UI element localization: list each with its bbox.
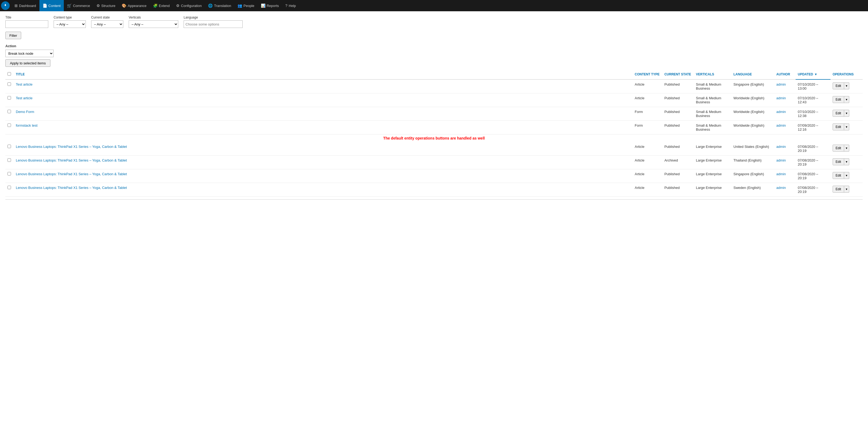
header-updated[interactable]: UPDATED ▾ <box>796 69 831 80</box>
row-title-cell: Lenovo Business Laptops: ThinkPad X1 Ser… <box>14 142 633 155</box>
row-language: United States (English) <box>731 142 774 155</box>
commerce-icon: 🛒 <box>67 3 71 8</box>
row-content-type: Article <box>633 80 662 93</box>
nav-structure[interactable]: ⚙ Structure <box>93 0 119 11</box>
row-author-link[interactable]: admin <box>776 158 786 162</box>
row-author: admin <box>774 93 796 107</box>
row-title-cell: Lenovo Business Laptops: ThinkPad X1 Ser… <box>14 183 633 197</box>
nav-extend[interactable]: 🧩 Extend <box>150 0 173 11</box>
row-checkbox-cell <box>5 142 14 155</box>
table-row: Test article Article Published Small & M… <box>5 80 863 93</box>
title-input[interactable] <box>5 20 48 28</box>
row-checkbox-cell <box>5 121 14 135</box>
edit-button[interactable]: Edit <box>833 186 844 193</box>
row-title-cell: Test article <box>14 93 633 107</box>
current-state-label: Current state <box>91 16 123 19</box>
current-state-select[interactable]: – Any – Published Archived Draft <box>91 20 123 28</box>
ops-button-group: Edit ▾ <box>833 82 860 89</box>
edit-button[interactable]: Edit <box>833 145 844 152</box>
row-title-link[interactable]: Demo Form <box>16 110 34 114</box>
select-all-checkbox[interactable] <box>7 72 11 76</box>
site-logo[interactable] <box>1 1 10 10</box>
content-type-select[interactable]: – Any – Article Form Page <box>54 20 86 28</box>
edit-dropdown-button[interactable]: ▾ <box>844 158 849 165</box>
header-operations: OPERATIONS <box>831 69 863 80</box>
edit-dropdown-button[interactable]: ▾ <box>844 110 849 117</box>
nav-configuration[interactable]: ⚙ Configuration <box>173 0 205 11</box>
current-state-filter-field: Current state – Any – Published Archived… <box>91 16 123 28</box>
edit-button[interactable]: Edit <box>833 96 844 103</box>
row-title-cell: Demo Form <box>14 107 633 121</box>
row-checkbox[interactable] <box>7 110 11 113</box>
ops-button-group: Edit ▾ <box>833 186 860 193</box>
action-select[interactable]: Break lock node Delete content Publish c… <box>5 50 54 57</box>
table-row: Lenovo Business Laptops: ThinkPad X1 Ser… <box>5 169 863 183</box>
edit-dropdown-button[interactable]: ▾ <box>844 123 849 131</box>
row-author-link[interactable]: admin <box>776 82 786 86</box>
row-operations: Edit ▾ <box>831 93 863 107</box>
nav-translation[interactable]: 🌐 Translation <box>205 0 234 11</box>
nav-content[interactable]: 📄 Content <box>39 0 64 11</box>
edit-dropdown-button[interactable]: ▾ <box>844 96 849 103</box>
nav-dashboard[interactable]: ⊞ Dashboard <box>11 0 39 11</box>
row-verticals: Large Enterprise <box>694 142 731 155</box>
nav-help[interactable]: ? Help <box>282 0 299 11</box>
annotation-text: The default entity operations buttons ar… <box>5 135 863 142</box>
row-content-type: Article <box>633 142 662 155</box>
edit-dropdown-button[interactable]: ▾ <box>844 82 849 89</box>
edit-dropdown-button[interactable]: ▾ <box>844 145 849 152</box>
edit-dropdown-button[interactable]: ▾ <box>844 186 849 193</box>
row-title-link[interactable]: Lenovo Business Laptops: ThinkPad X1 Ser… <box>16 172 127 176</box>
edit-dropdown-button[interactable]: ▾ <box>844 172 849 179</box>
row-title-link[interactable]: Test article <box>16 82 32 86</box>
row-author-link[interactable]: admin <box>776 96 786 100</box>
edit-button[interactable]: Edit <box>833 123 844 131</box>
row-author: admin <box>774 80 796 93</box>
row-author-link[interactable]: admin <box>776 123 786 127</box>
row-state: Published <box>662 142 694 155</box>
nav-reports[interactable]: 📊 Reports <box>258 0 282 11</box>
row-title-link[interactable]: Test article <box>16 96 32 100</box>
row-checkbox[interactable] <box>7 158 11 162</box>
row-language: Thailand (English) <box>731 155 774 169</box>
edit-button[interactable]: Edit <box>833 110 844 117</box>
row-author-link[interactable]: admin <box>776 145 786 149</box>
row-checkbox[interactable] <box>7 172 11 175</box>
row-language: Worldwide (English) <box>731 93 774 107</box>
row-title-link[interactable]: Lenovo Business Laptops: ThinkPad X1 Ser… <box>16 158 127 162</box>
row-checkbox-cell <box>5 155 14 169</box>
main-content: Title Content type – Any – Article Form … <box>0 11 868 204</box>
nav-appearance[interactable]: 🎨 Appearance <box>119 0 150 11</box>
apply-button[interactable]: Apply to selected items <box>5 59 51 67</box>
edit-button[interactable]: Edit <box>833 82 844 89</box>
edit-button[interactable]: Edit <box>833 158 844 165</box>
row-state: Published <box>662 80 694 93</box>
row-title-link[interactable]: Lenovo Business Laptops: ThinkPad X1 Ser… <box>16 145 127 149</box>
row-language: Singapore (English) <box>731 169 774 183</box>
row-checkbox[interactable] <box>7 96 11 99</box>
table-row: Lenovo Business Laptops: ThinkPad X1 Ser… <box>5 155 863 169</box>
row-author: admin <box>774 155 796 169</box>
row-checkbox[interactable] <box>7 123 11 127</box>
row-language: Sweden (English) <box>731 183 774 197</box>
edit-button[interactable]: Edit <box>833 172 844 179</box>
dashboard-icon: ⊞ <box>14 3 18 8</box>
row-checkbox[interactable] <box>7 82 11 86</box>
row-checkbox[interactable] <box>7 145 11 148</box>
row-author-link[interactable]: admin <box>776 172 786 176</box>
row-content-type: Form <box>633 107 662 121</box>
nav-commerce[interactable]: 🛒 Commerce <box>64 0 93 11</box>
row-updated: 07/09/2020 – 12:16 <box>796 121 831 135</box>
verticals-select[interactable]: – Any – Small & Medium Business Large En… <box>129 20 178 28</box>
row-author-link[interactable]: admin <box>776 186 786 190</box>
row-checkbox[interactable] <box>7 186 11 189</box>
row-title-link[interactable]: formstack test <box>16 123 37 127</box>
action-label: Action <box>5 44 863 48</box>
row-state: Published <box>662 107 694 121</box>
language-input[interactable] <box>184 20 243 28</box>
row-title-link[interactable]: Lenovo Business Laptops: ThinkPad X1 Ser… <box>16 186 127 190</box>
row-author-link[interactable]: admin <box>776 110 786 114</box>
nav-people[interactable]: 👥 People <box>234 0 257 11</box>
filter-button[interactable]: Filter <box>5 32 21 39</box>
verticals-filter-field: Verticals – Any – Small & Medium Busines… <box>129 16 178 28</box>
